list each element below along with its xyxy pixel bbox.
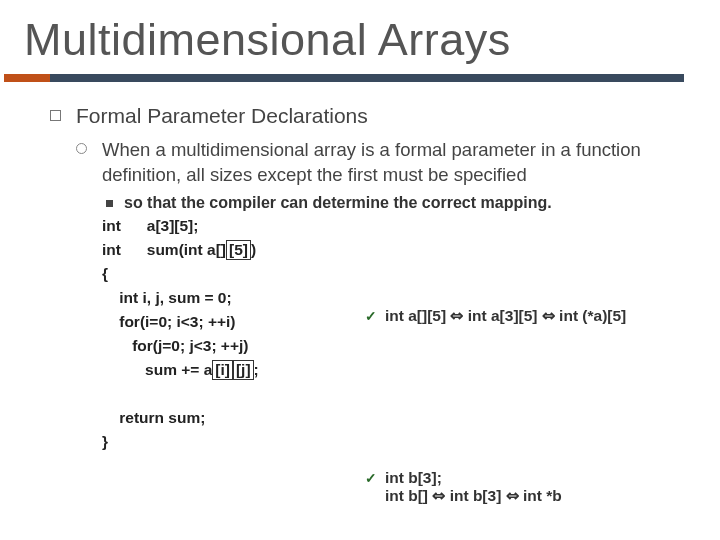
code-l6: for(j=0; j<3; ++j) bbox=[102, 337, 248, 354]
code-l7c: ; bbox=[254, 361, 259, 378]
code-l7-box2: [j] bbox=[233, 360, 254, 380]
rule-main bbox=[50, 74, 684, 82]
code-l2a: int sum(int a[] bbox=[102, 241, 226, 258]
bullet-lvl2: When a multidimensional array is a forma… bbox=[76, 138, 692, 188]
code-l3: { bbox=[102, 265, 108, 282]
code-l2-box: [5] bbox=[226, 240, 251, 260]
code-l9: return sum; bbox=[102, 409, 205, 426]
aside2-line2: int b[] ⇔ int b[3] ⇔ int *b bbox=[385, 487, 562, 505]
aside2-line1: int b[3]; bbox=[385, 469, 562, 487]
slide: Multidimensional Arrays Formal Parameter… bbox=[0, 0, 720, 540]
code-l7a: sum += a bbox=[102, 361, 212, 378]
rule-accent bbox=[4, 74, 50, 82]
code-l2c: ) bbox=[251, 241, 256, 258]
title-rule bbox=[4, 74, 684, 82]
code-block: int a[3][5]; int sum(int a[][5]) { int i… bbox=[102, 214, 692, 454]
slide-title: Multidimensional Arrays bbox=[0, 0, 720, 74]
code-l7-box1: [i] bbox=[212, 360, 233, 380]
aside-equiv-array1d: int b[3]; int b[] ⇔ int b[3] ⇔ int *b bbox=[365, 469, 562, 505]
code-l10: } bbox=[102, 433, 108, 450]
code-l4: int i, j, sum = 0; bbox=[102, 289, 232, 306]
bullet-lvl3: so that the compiler can determine the c… bbox=[102, 194, 692, 212]
bullet-lvl1: Formal Parameter Declarations bbox=[50, 104, 692, 128]
code-l5: for(i=0; i<3; ++i) bbox=[102, 313, 236, 330]
slide-body: Formal Parameter Declarations When a mul… bbox=[0, 82, 720, 454]
code-l1: int a[3][5]; bbox=[102, 217, 203, 234]
aside-equiv-array2d: int a[][5] ⇔ int a[3][5] ⇔ int (*a)[5] bbox=[365, 307, 626, 325]
